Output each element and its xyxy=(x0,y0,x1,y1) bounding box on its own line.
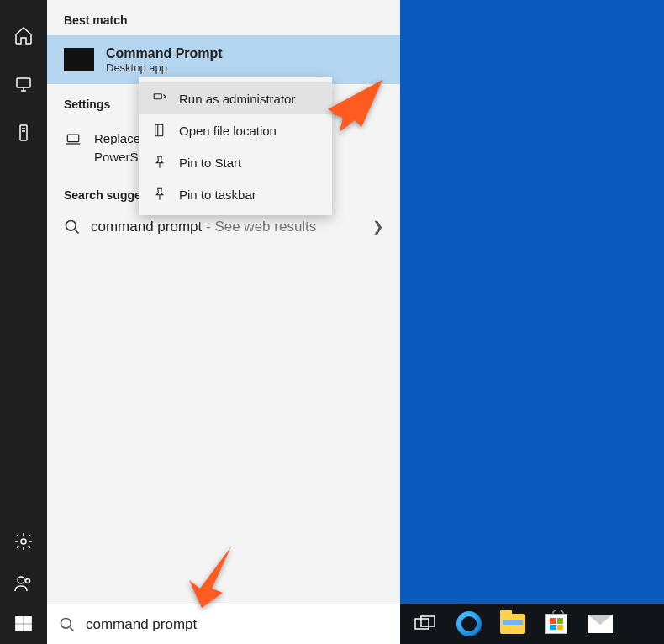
mail-button[interactable] xyxy=(578,604,622,644)
folder-icon xyxy=(500,614,525,634)
edge-icon xyxy=(456,611,482,636)
ctx-run-admin-label: Run as administrator xyxy=(179,92,295,106)
mail-icon xyxy=(588,615,613,633)
ctx-pin-start-label: Pin to Start xyxy=(179,156,241,170)
suggestion-query: command prompt xyxy=(91,219,202,235)
svg-point-13 xyxy=(61,618,71,628)
result-subtitle: Desktop app xyxy=(106,61,223,74)
svg-rect-14 xyxy=(415,619,429,629)
best-match-heading: Best match xyxy=(47,0,400,35)
store-icon xyxy=(545,614,567,634)
svg-rect-15 xyxy=(421,616,435,626)
pin-icon xyxy=(152,155,167,170)
store-button[interactable] xyxy=(535,604,578,644)
search-icon xyxy=(59,616,76,633)
home-icon[interactable] xyxy=(13,25,34,49)
folder-icon xyxy=(152,123,167,138)
result-title: Command Prompt xyxy=(106,46,223,61)
svg-rect-11 xyxy=(154,94,161,99)
svg-rect-9 xyxy=(67,135,78,141)
annotation-arrow-2 xyxy=(185,542,244,613)
cmd-icon xyxy=(64,48,94,71)
task-view-button[interactable] xyxy=(403,604,447,644)
svg-rect-5 xyxy=(16,617,23,623)
svg-rect-1 xyxy=(20,125,27,140)
svg-rect-8 xyxy=(24,625,31,631)
ctx-pin-taskbar-label: Pin to taskbar xyxy=(179,187,256,202)
pin-icon xyxy=(152,187,167,202)
display-icon[interactable] xyxy=(13,74,34,98)
start-left-rail xyxy=(0,0,47,644)
start-button[interactable] xyxy=(0,604,47,644)
suggestion-trail: - See web results xyxy=(202,219,316,235)
taskbar xyxy=(400,604,664,644)
file-explorer-button[interactable] xyxy=(491,604,535,644)
edge-button[interactable] xyxy=(447,604,491,644)
annotation-arrow-1 xyxy=(319,71,387,142)
svg-point-10 xyxy=(66,220,76,230)
gear-icon[interactable] xyxy=(13,531,34,555)
svg-rect-6 xyxy=(24,617,31,623)
ctx-open-location[interactable]: Open file location xyxy=(139,114,332,146)
ctx-run-as-admin[interactable]: Run as administrator xyxy=(139,82,332,114)
laptop-icon xyxy=(64,129,82,148)
chevron-right-icon: ❯ xyxy=(372,219,383,235)
svg-point-2 xyxy=(21,539,26,544)
people-icon[interactable] xyxy=(13,573,34,597)
svg-rect-0 xyxy=(17,78,30,87)
search-input[interactable] xyxy=(86,616,388,633)
shield-icon xyxy=(152,91,167,106)
tower-icon[interactable] xyxy=(13,123,34,146)
svg-rect-12 xyxy=(155,124,163,136)
ctx-open-loc-label: Open file location xyxy=(179,124,277,138)
ctx-pin-start[interactable]: Pin to Start xyxy=(139,146,332,178)
ctx-pin-taskbar[interactable]: Pin to taskbar xyxy=(139,178,332,210)
svg-point-3 xyxy=(18,577,24,583)
svg-rect-7 xyxy=(16,625,23,631)
svg-point-4 xyxy=(26,579,30,583)
search-icon xyxy=(64,219,81,235)
context-menu: Run as administrator Open file location … xyxy=(139,77,332,215)
